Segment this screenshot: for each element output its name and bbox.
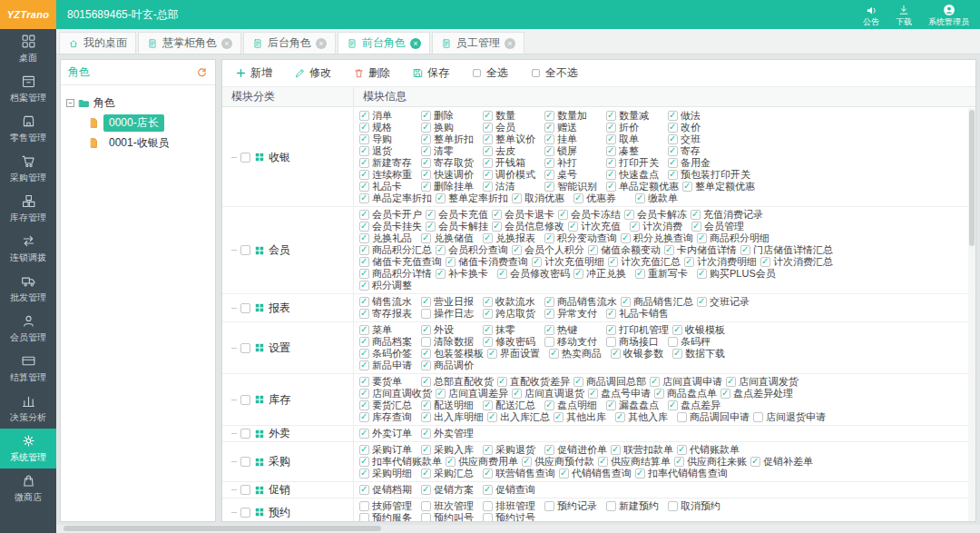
- checkbox-icon[interactable]: [483, 170, 493, 180]
- permission-checkbox-item[interactable]: 热卖商品: [549, 347, 607, 360]
- checkbox-icon[interactable]: [606, 111, 616, 121]
- checkbox-icon[interactable]: [606, 400, 616, 410]
- sidebar-item-files[interactable]: 档案管理: [0, 69, 56, 109]
- checkbox-icon[interactable]: [512, 193, 522, 203]
- checkbox-icon[interactable]: [573, 193, 583, 203]
- permission-checkbox-item[interactable]: 促销补差单: [750, 455, 813, 469]
- checkbox-icon[interactable]: [359, 245, 369, 255]
- checkbox-icon[interactable]: [359, 269, 369, 279]
- horizontal-scrollbar[interactable]: [56, 525, 980, 533]
- tab-我的桌面[interactable]: 我的桌面: [59, 32, 136, 54]
- check-empty-button[interactable]: 全选: [471, 65, 508, 81]
- permission-checkbox-item[interactable]: 新品申请: [359, 359, 417, 372]
- checkbox-icon[interactable]: [426, 222, 436, 232]
- checkbox-icon[interactable]: [668, 501, 678, 511]
- checkbox-icon[interactable]: [621, 233, 631, 243]
- tab-慧掌柜角色[interactable]: 慧掌柜角色×: [138, 32, 241, 54]
- checkbox-icon[interactable]: [630, 222, 640, 232]
- checkbox-icon[interactable]: [421, 445, 431, 455]
- module-checkbox[interactable]: [240, 485, 250, 495]
- checkbox-icon[interactable]: [359, 182, 369, 192]
- permission-checkbox-item[interactable]: 预约服务: [359, 511, 417, 521]
- permission-checkbox-item[interactable]: 预约叫号: [421, 511, 479, 521]
- checkbox-icon[interactable]: [421, 469, 431, 479]
- checkbox-icon[interactable]: [650, 377, 660, 387]
- checkbox-icon[interactable]: [558, 210, 568, 220]
- checkbox-icon[interactable]: [532, 257, 542, 267]
- checkbox-icon[interactable]: [421, 377, 431, 387]
- sidebar-item-gear[interactable]: 系统管理: [0, 429, 56, 469]
- module-checkbox[interactable]: [240, 303, 250, 313]
- checkbox-icon[interactable]: [421, 485, 431, 495]
- checkbox-icon[interactable]: [544, 134, 554, 144]
- checkbox-icon[interactable]: [359, 222, 369, 232]
- vertical-scrollbar-thumb[interactable]: [969, 110, 975, 246]
- checkbox-icon[interactable]: [544, 146, 554, 156]
- checkbox-icon[interactable]: [483, 297, 493, 307]
- permission-checkbox-item[interactable]: 促销查询: [483, 483, 541, 497]
- plus-button[interactable]: 新增: [235, 65, 272, 81]
- permission-checkbox-item[interactable]: 其他出库: [554, 410, 612, 424]
- check-empty-button[interactable]: 全不选: [530, 65, 578, 81]
- permission-checkbox-item[interactable]: 联营销售查询: [483, 467, 555, 480]
- permission-checkbox-item[interactable]: 界面设置: [487, 347, 545, 360]
- checkbox-icon[interactable]: [421, 170, 431, 180]
- checkbox-icon[interactable]: [544, 501, 554, 511]
- checkbox-icon[interactable]: [682, 182, 692, 192]
- header-action-speaker[interactable]: 公告: [863, 4, 879, 26]
- sidebar-item-boxes[interactable]: 库存管理: [0, 189, 56, 229]
- checkbox-icon[interactable]: [668, 337, 678, 347]
- checkbox-icon[interactable]: [672, 325, 682, 335]
- checkbox-icon[interactable]: [544, 170, 554, 180]
- sidebar-item-card[interactable]: 结算管理: [0, 349, 56, 389]
- checkbox-icon[interactable]: [483, 445, 493, 455]
- checkbox-icon[interactable]: [726, 377, 736, 387]
- permission-checkbox-item[interactable]: 出入库明细: [421, 410, 484, 424]
- trash-button[interactable]: 删除: [353, 65, 390, 81]
- checkbox-icon[interactable]: [421, 360, 431, 370]
- checkbox-icon[interactable]: [421, 501, 431, 511]
- checkbox-icon[interactable]: [492, 210, 502, 220]
- checkbox-icon[interactable]: [483, 146, 493, 156]
- checkbox-icon[interactable]: [598, 457, 608, 467]
- role-tree-root[interactable]: − 角色: [66, 93, 210, 113]
- module-checkbox[interactable]: [240, 343, 250, 353]
- checkbox-icon[interactable]: [697, 269, 707, 279]
- checkbox-icon[interactable]: [421, 182, 431, 192]
- checkbox-icon[interactable]: [668, 134, 678, 144]
- checkbox-icon[interactable]: [421, 309, 431, 319]
- checkbox-icon[interactable]: [483, 485, 493, 495]
- checkbox-icon[interactable]: [606, 337, 616, 347]
- checkbox-icon[interactable]: [446, 457, 456, 467]
- checkbox-icon[interactable]: [421, 158, 431, 168]
- checkbox-icon[interactable]: [359, 111, 369, 121]
- checkbox-icon[interactable]: [359, 233, 369, 243]
- checkbox-icon[interactable]: [608, 257, 618, 267]
- checkbox-icon[interactable]: [621, 297, 631, 307]
- permission-checkbox-item[interactable]: 收银参数: [611, 347, 669, 360]
- header-action-download[interactable]: 下载: [896, 4, 912, 26]
- tab-前台角色[interactable]: 前台角色×: [338, 32, 430, 54]
- permission-checkbox-item[interactable]: 整单定额优惠: [682, 180, 755, 193]
- permission-checkbox-item[interactable]: 商品调价: [421, 359, 479, 372]
- vertical-scrollbar[interactable]: [968, 108, 975, 521]
- brand-logo[interactable]: YZTrano: [0, 0, 56, 29]
- checkbox-icon[interactable]: [760, 257, 770, 267]
- sidebar-item-cart[interactable]: 采购管理: [0, 149, 56, 189]
- horizontal-scrollbar-thumb[interactable]: [64, 526, 381, 531]
- module-checkbox[interactable]: [240, 508, 250, 518]
- permission-checkbox-item[interactable]: 单品定率折扣: [359, 192, 432, 205]
- checkbox-icon[interactable]: [497, 377, 507, 387]
- checkbox-icon[interactable]: [606, 134, 616, 144]
- checkbox-icon[interactable]: [635, 193, 645, 203]
- checkbox-icon[interactable]: [421, 233, 431, 243]
- permission-checkbox-item[interactable]: 取消预约: [668, 499, 726, 513]
- checkbox-icon[interactable]: [436, 269, 446, 279]
- permission-checkbox-item[interactable]: 促销档期: [359, 483, 417, 497]
- tab-close-icon[interactable]: ×: [505, 38, 515, 49]
- permission-checkbox-item[interactable]: 礼品卡销售: [606, 307, 669, 321]
- checkbox-icon[interactable]: [512, 389, 522, 399]
- permission-checkbox-item[interactable]: 预约过号: [483, 511, 541, 521]
- checkbox-icon[interactable]: [359, 469, 369, 479]
- checkbox-icon[interactable]: [359, 412, 369, 422]
